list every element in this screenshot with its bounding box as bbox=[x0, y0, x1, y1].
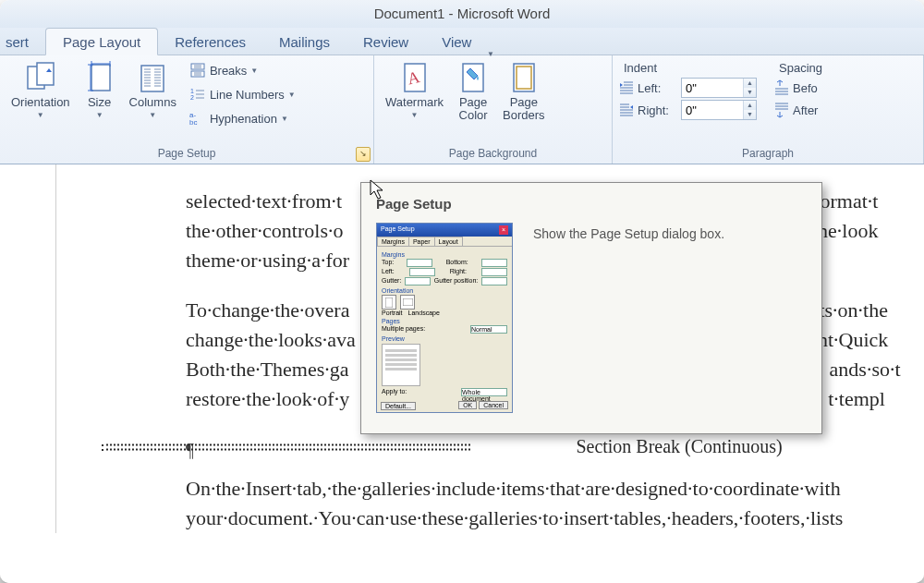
spacing-before-label: Befo bbox=[793, 81, 833, 95]
group-label-page-background: Page Background bbox=[374, 145, 612, 164]
indent-right-input[interactable] bbox=[682, 101, 743, 119]
chevron-down-icon: ▼ bbox=[250, 67, 258, 75]
size-icon bbox=[83, 61, 116, 94]
screentip-page-setup: Page Setup Page Setup× MarginsPaperLayou… bbox=[360, 182, 822, 434]
spacing-before-icon bbox=[773, 79, 790, 96]
size-label: Size bbox=[88, 96, 111, 109]
hyphenation-icon: a-bc bbox=[189, 110, 206, 127]
columns-icon bbox=[136, 61, 169, 94]
line-numbers-button[interactable]: 12 Line Numbers ▼ bbox=[186, 83, 299, 105]
page-borders-label: Page Borders bbox=[503, 96, 545, 122]
svg-rect-1 bbox=[37, 63, 54, 85]
line-numbers-icon: 12 bbox=[189, 86, 206, 103]
section-break-marker: Section Break (Continuous) bbox=[194, 436, 924, 457]
page-color-label: Page Color bbox=[459, 96, 488, 122]
tab-mailings[interactable]: Mailings bbox=[262, 29, 346, 55]
svg-rect-18 bbox=[191, 64, 204, 69]
svg-text:2: 2 bbox=[190, 94, 194, 101]
tab-references[interactable]: References bbox=[158, 29, 262, 55]
doc-line: your·document.·You·can·use·these·galleri… bbox=[186, 504, 924, 533]
tab-page-layout[interactable]: Page Layout bbox=[45, 28, 158, 55]
indent-heading: Indent bbox=[618, 59, 757, 77]
columns-label: Columns bbox=[129, 96, 176, 109]
screentip-description: Show the Page Setup dialog box. bbox=[533, 223, 724, 413]
page-color-icon bbox=[456, 61, 490, 94]
orientation-button[interactable]: Orientation ▼ bbox=[6, 59, 76, 121]
screentip-title: Page Setup bbox=[376, 196, 807, 212]
page-borders-button[interactable]: Page Borders bbox=[497, 59, 551, 124]
line-numbers-label: Line Numbers bbox=[210, 88, 285, 102]
indent-left-input[interactable] bbox=[682, 79, 743, 97]
orientation-label: Orientation bbox=[11, 96, 70, 109]
chevron-down-icon: ▼ bbox=[149, 111, 156, 119]
hyphenation-button[interactable]: a-bc Hyphenation ▼ bbox=[186, 107, 299, 129]
tab-review[interactable]: Review bbox=[346, 29, 425, 55]
svg-rect-55 bbox=[403, 298, 413, 306]
indent-right-label: Right: bbox=[638, 103, 678, 117]
spin-up-icon[interactable]: ▲ bbox=[744, 101, 756, 110]
indent-section: Indent Left: ▲▼ Right: bbox=[618, 59, 757, 121]
svg-text:1: 1 bbox=[190, 88, 194, 94]
breaks-label: Breaks bbox=[210, 64, 247, 78]
orientation-icon bbox=[24, 61, 57, 94]
spacing-heading: Spacing bbox=[773, 59, 833, 77]
chevron-down-icon: ▼ bbox=[487, 50, 494, 58]
chevron-down-icon: ▼ bbox=[281, 115, 288, 123]
svg-rect-19 bbox=[191, 71, 204, 77]
page-color-button[interactable]: Page Color ▼ bbox=[449, 59, 497, 124]
tab-insert[interactable]: sert bbox=[0, 29, 45, 55]
group-page-setup: Orientation ▼ Size ▼ Columns bbox=[0, 55, 374, 164]
spin-down-icon[interactable]: ▼ bbox=[744, 110, 756, 119]
chevron-down-icon: ▼ bbox=[37, 111, 44, 119]
page-borders-icon bbox=[507, 61, 541, 94]
group-paragraph: Indent Left: ▲▼ Right: bbox=[613, 55, 924, 164]
chevron-down-icon: ▼ bbox=[96, 111, 103, 119]
group-label-paragraph: Paragraph bbox=[613, 145, 923, 164]
ribbon-tabs: sert Page Layout References Mailings Rev… bbox=[0, 28, 924, 55]
svg-text:bc: bc bbox=[189, 118, 197, 127]
columns-button[interactable]: Columns ▼ bbox=[124, 59, 182, 121]
watermark-button[interactable]: A Watermark ▼ bbox=[380, 59, 449, 121]
indent-left-spinner[interactable]: ▲▼ bbox=[681, 78, 757, 98]
indent-right-icon bbox=[618, 102, 635, 118]
dialog-thumbnail: Page Setup× MarginsPaperLayout Margins T… bbox=[376, 223, 513, 413]
close-icon: × bbox=[499, 225, 508, 235]
indent-right-spinner[interactable]: ▲▼ bbox=[681, 100, 757, 120]
svg-rect-54 bbox=[385, 298, 393, 308]
indent-left-icon bbox=[618, 79, 635, 96]
group-label-page-setup: Page Setup bbox=[0, 145, 373, 164]
chevron-down-icon: ▼ bbox=[411, 111, 419, 119]
size-button[interactable]: Size ▼ bbox=[76, 59, 124, 121]
spacing-after-label: After bbox=[793, 103, 833, 117]
spacing-section: Spacing Befo After bbox=[773, 59, 833, 121]
doc-line: On·the·Insert·tab,·the·galleries·include… bbox=[186, 474, 924, 504]
page-setup-launcher[interactable]: ↘ bbox=[356, 147, 371, 162]
hyphenation-label: Hyphenation bbox=[210, 112, 277, 126]
watermark-icon: A bbox=[398, 61, 432, 94]
breaks-icon bbox=[189, 62, 206, 79]
breaks-button[interactable]: Breaks ▼ bbox=[186, 59, 299, 81]
tab-view[interactable]: View bbox=[425, 29, 488, 55]
chevron-down-icon: ▼ bbox=[288, 91, 296, 99]
indent-left-label: Left: bbox=[638, 81, 678, 95]
group-page-background: A Watermark ▼ Page Color ▼ Page Borders … bbox=[374, 55, 613, 164]
spin-up-icon[interactable]: ▲ bbox=[744, 79, 756, 88]
spacing-after-icon bbox=[773, 102, 790, 118]
ribbon: Orientation ▼ Size ▼ Columns bbox=[0, 55, 924, 164]
spin-down-icon[interactable]: ▼ bbox=[744, 88, 756, 97]
svg-rect-2 bbox=[91, 65, 110, 91]
window-title: Document1 - Microsoft Word bbox=[0, 0, 924, 28]
watermark-label: Watermark bbox=[385, 96, 444, 109]
